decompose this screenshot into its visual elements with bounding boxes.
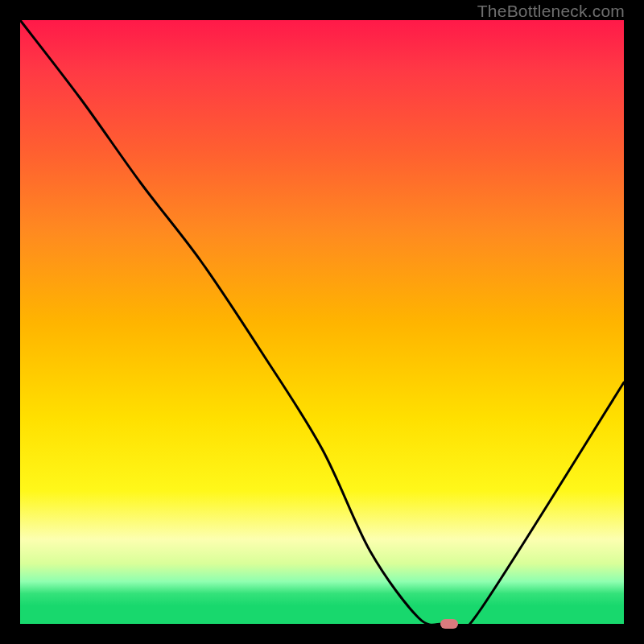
optimal-point-marker xyxy=(440,619,458,629)
chart-frame: TheBottleneck.com xyxy=(0,0,644,644)
bottleneck-curve xyxy=(20,20,624,633)
curve-layer xyxy=(20,20,624,624)
attribution-text: TheBottleneck.com xyxy=(477,2,625,21)
